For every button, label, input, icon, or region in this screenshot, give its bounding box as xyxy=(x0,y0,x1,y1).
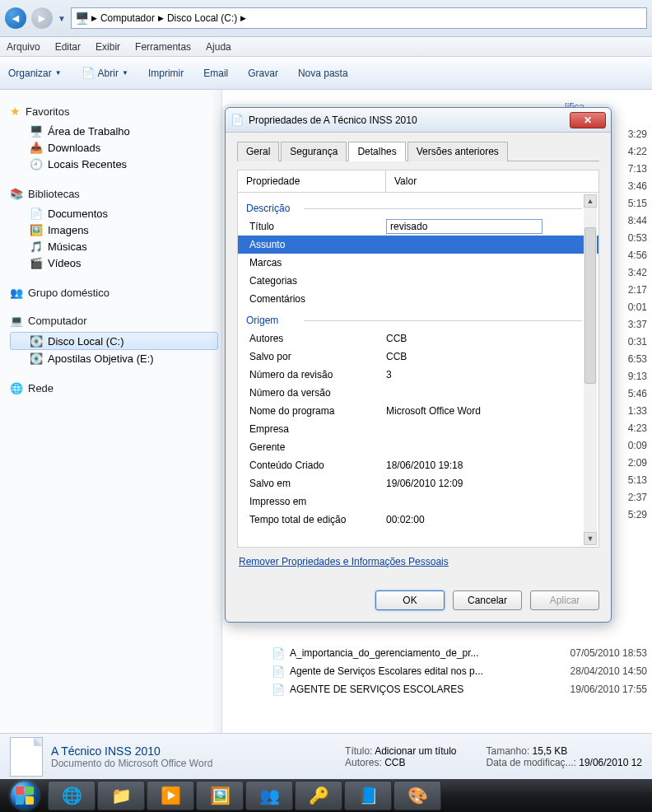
drive-icon: 💽 xyxy=(30,334,43,348)
tab-seguranca[interactable]: Segurança xyxy=(281,142,347,161)
col-propriedade[interactable]: Propriedade xyxy=(238,170,386,192)
scroll-thumb[interactable] xyxy=(584,227,596,384)
sidebar-computador[interactable]: 💻Computador xyxy=(10,314,218,327)
scroll-down-icon[interactable]: ▼ xyxy=(584,532,597,545)
cancel-button[interactable]: Cancelar xyxy=(453,590,522,610)
prop-autores[interactable]: AutoresCCB xyxy=(246,329,582,348)
file-row[interactable]: 📄AGENTE DE SERVIÇOS ESCOLARES19/06/2010 … xyxy=(272,680,647,698)
toolbar-email[interactable]: Email xyxy=(203,68,228,79)
prop-numrev[interactable]: Número da revisão3 xyxy=(246,366,582,384)
taskbar-ie[interactable]: 🌐 xyxy=(48,781,95,810)
prop-titulo[interactable]: Títulorevisado xyxy=(246,217,582,236)
taskbar-messenger[interactable]: 👥 xyxy=(245,781,293,810)
toolbar-novapasta[interactable]: Nova pasta xyxy=(298,68,348,79)
breadcrumb[interactable]: 🖥️ ▶ Computador ▶ Disco Local (C:) ▶ xyxy=(71,7,647,29)
toolbar-gravar[interactable]: Gravar xyxy=(248,68,278,79)
details-filetype: Documento do Microsoft Office Word xyxy=(51,758,337,769)
computer-icon: 💻 xyxy=(10,314,23,327)
sidebar-videos[interactable]: 🎬Vídeos xyxy=(10,254,218,271)
taskbar-paint[interactable]: 🎨 xyxy=(394,781,441,810)
pictures-icon: 🖼️ xyxy=(30,223,43,236)
sidebar-desktop[interactable]: 🖥️Área de Trabalho xyxy=(10,123,218,139)
prop-empresa[interactable]: Empresa xyxy=(246,420,582,438)
col-valor[interactable]: Valor xyxy=(386,170,598,192)
properties-scrollbar[interactable]: ▲ ▼ xyxy=(584,194,597,545)
tab-geral[interactable]: Geral xyxy=(237,142,279,161)
prop-comentarios[interactable]: Comentários xyxy=(246,290,582,308)
prop-impresso[interactable]: Impresso em xyxy=(246,492,582,511)
nav-back-button[interactable]: ◄ xyxy=(5,7,26,29)
desktop-icon: 🖥️ xyxy=(30,124,43,138)
titulo-input[interactable]: revisado xyxy=(386,219,543,234)
menu-ajuda[interactable]: Ajuda xyxy=(206,41,231,53)
menu-arquivo[interactable]: Arquivo xyxy=(7,41,40,53)
sidebar-imagens[interactable]: 🖼️Imagens xyxy=(10,222,218,238)
breadcrumb-root[interactable]: Computador xyxy=(100,12,155,24)
word-doc-icon: 📄 xyxy=(231,114,244,127)
nav-forward-button[interactable]: ► xyxy=(31,7,53,29)
details-titulo-label: Título: xyxy=(345,745,372,757)
prop-gerente[interactable]: Gerente xyxy=(246,438,582,456)
scroll-up-icon[interactable]: ▲ xyxy=(584,194,597,208)
sidebar-documentos[interactable]: 📄Documentos xyxy=(10,205,218,222)
address-bar: ◄ ► ▼ 🖥️ ▶ Computador ▶ Disco Local (C:)… xyxy=(0,0,652,37)
network-icon: 🌐 xyxy=(10,381,23,394)
sidebar-recentes[interactable]: 🕘Locais Recentes xyxy=(10,156,218,172)
details-autores-value[interactable]: CCB xyxy=(384,757,405,768)
menu-exibir[interactable]: Exibir xyxy=(95,41,120,53)
sidebar-apostilas[interactable]: 💽Apostilas Objetiva (E:) xyxy=(10,350,218,366)
word-document-icon xyxy=(10,737,43,777)
toolbar-abrir[interactable]: 📄Abrir▼ xyxy=(82,67,128,80)
ok-button[interactable]: OK xyxy=(375,590,445,610)
sidebar-grupo[interactable]: 👥Grupo doméstico xyxy=(10,286,218,299)
prop-tempo[interactable]: Tempo total de edição00:02:00 xyxy=(246,511,582,529)
prop-marcas[interactable]: Marcas xyxy=(246,254,582,272)
libraries-icon: 📚 xyxy=(10,187,23,200)
taskbar-mediaplayer[interactable]: ▶️ xyxy=(147,781,194,810)
taskbar-word[interactable]: 📘 xyxy=(344,781,392,810)
details-autores-label: Autores: xyxy=(345,757,382,768)
menu-bar: Arquivo Editar Exibir Ferramentas Ajuda xyxy=(0,37,652,57)
toolbar-organizar[interactable]: Organizar▼ xyxy=(8,68,62,79)
prop-numver[interactable]: Número da versão xyxy=(246,384,582,402)
details-titulo-value[interactable]: Adicionar um título xyxy=(375,745,456,757)
sidebar-favoritos[interactable]: ★Favoritos xyxy=(10,105,218,118)
dialog-close-button[interactable]: ✕ xyxy=(570,112,606,128)
sidebar-downloads[interactable]: 📥Downloads xyxy=(10,139,218,156)
sidebar-rede[interactable]: 🌐Rede xyxy=(10,381,218,394)
file-row[interactable]: 📄A_importancia_do_gerenciamento_de_pr...… xyxy=(272,644,647,662)
prop-criado[interactable]: Conteúdo Criado18/06/2010 19:18 xyxy=(246,456,582,474)
sidebar-disco-c[interactable]: 💽Disco Local (C:) xyxy=(10,332,218,350)
nav-history-dropdown[interactable]: ▼ xyxy=(58,14,66,23)
details-tamanho-value: 15,5 KB xyxy=(533,745,568,757)
prop-assunto[interactable]: Assunto xyxy=(238,236,598,254)
menu-editar[interactable]: Editar xyxy=(55,41,81,53)
star-icon: ★ xyxy=(10,105,21,118)
menu-ferramentas[interactable]: Ferramentas xyxy=(135,41,191,53)
file-row[interactable]: 📄Agente de Serviços Escolares edital nos… xyxy=(272,662,647,680)
breadcrumb-drive[interactable]: Disco Local (C:) xyxy=(167,12,237,24)
toolbar-imprimir[interactable]: Imprimir xyxy=(148,68,184,79)
details-mod-value: 19/06/2010 12 xyxy=(579,757,642,768)
apply-button[interactable]: Aplicar xyxy=(530,590,599,610)
prop-salvoem[interactable]: Salvo em19/06/2010 12:09 xyxy=(246,474,582,492)
tab-detalhes[interactable]: Detalhes xyxy=(348,142,405,161)
word-icon: 📄 xyxy=(82,67,95,80)
taskbar-keys[interactable]: 🔑 xyxy=(295,781,342,810)
navigation-sidebar: ★Favoritos 🖥️Área de Trabalho 📥Downloads… xyxy=(0,90,222,746)
tab-versoes[interactable]: Versões anteriores xyxy=(408,142,508,161)
prop-categorias[interactable]: Categorias xyxy=(246,272,582,290)
taskbar: 🌐 📁 ▶️ 🖼️ 👥 🔑 📘 🎨 xyxy=(0,779,652,812)
taskbar-gallery[interactable]: 🖼️ xyxy=(196,781,244,810)
link-remover-propriedades[interactable]: Remover Propriedades e Informações Pesso… xyxy=(239,556,449,567)
prop-salvopor[interactable]: Salvo porCCB xyxy=(246,348,582,366)
prop-programa[interactable]: Nome do programaMicrosoft Office Word xyxy=(246,402,582,420)
dialog-title: Propriedades de A Técnico INSS 2010 xyxy=(249,114,570,126)
sidebar-musicas[interactable]: 🎵Músicas xyxy=(10,238,218,254)
file-list-visible-rows: 📄A_importancia_do_gerenciamento_de_pr...… xyxy=(272,644,647,698)
dialog-titlebar[interactable]: 📄 Propriedades de A Técnico INSS 2010 ✕ xyxy=(226,108,611,133)
start-button[interactable] xyxy=(3,780,46,811)
downloads-icon: 📥 xyxy=(30,141,43,154)
sidebar-bibliotecas[interactable]: 📚Bibliotecas xyxy=(10,187,218,200)
taskbar-explorer[interactable]: 📁 xyxy=(97,781,145,810)
